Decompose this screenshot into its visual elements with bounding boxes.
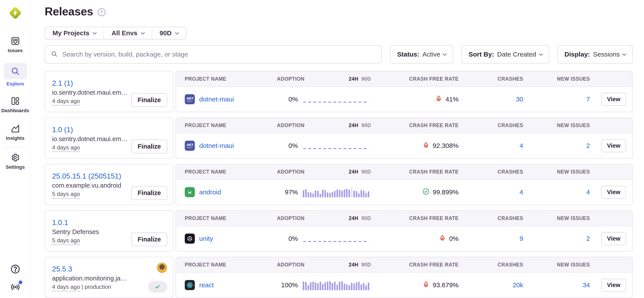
insights-icon: [10, 124, 20, 134]
search-input[interactable]: [62, 50, 376, 58]
new-issues-link[interactable]: 2: [586, 235, 590, 242]
page-header: Releases ?: [45, 5, 632, 18]
crashes-link[interactable]: 20k: [513, 281, 523, 288]
sidebar-nav: Issues Explore Dashboards: [0, 36, 30, 170]
display-label: Display:: [564, 51, 590, 58]
release-date[interactable]: 4 days ago: [52, 283, 80, 291]
release-table: PROJECT NAME ADOPTION24H90D CRASH FREE R…: [176, 71, 632, 112]
adoption-value: 0%: [277, 96, 298, 103]
view-button[interactable]: View: [601, 279, 626, 292]
adoption-sparkline: [303, 280, 371, 290]
sidebar-divider: [4, 147, 26, 147]
release-card: 1.0 (1) io.sentry.dotnet.maui.em… 4 days…: [45, 117, 632, 159]
crash-free-value: 0%: [449, 235, 458, 242]
sort-value: Date Created: [497, 51, 536, 58]
new-issues-link[interactable]: 34: [583, 281, 590, 288]
release-version-link[interactable]: 2.1 (1): [52, 79, 131, 87]
chevron-down-icon: [141, 31, 145, 34]
finalize-button[interactable]: Finalize: [131, 140, 167, 153]
col-project-name: PROJECT NAME: [185, 169, 277, 175]
view-button[interactable]: View: [601, 139, 626, 152]
finalize-button[interactable]: Finalize: [131, 232, 167, 246]
release-date[interactable]: 5 days ago: [52, 191, 80, 198]
sidebar-item-issues[interactable]: Issues: [8, 36, 23, 54]
date-range-filter[interactable]: 90D: [152, 27, 186, 39]
table-row: unity 0% 0% 9 2 View: [176, 226, 632, 251]
environment-filter[interactable]: All Envs: [104, 27, 152, 39]
release-date[interactable]: 5 days ago: [52, 237, 80, 245]
col-24h: 24H: [349, 169, 358, 175]
project-link[interactable]: dotnet-maui: [199, 96, 234, 103]
display-dropdown[interactable]: Display: Sessions: [558, 45, 632, 64]
view-button[interactable]: View: [601, 93, 626, 106]
fire-icon: [435, 95, 442, 104]
issues-icon: [10, 36, 20, 46]
view-button[interactable]: View: [601, 232, 626, 245]
col-adoption: ADOPTION: [277, 169, 304, 175]
col-crashes: CRASHES: [458, 76, 523, 82]
sidebar-item-label: Explore: [6, 81, 24, 87]
sidebar-item-settings[interactable]: Settings: [6, 153, 25, 170]
crashes-link[interactable]: 4: [520, 142, 523, 149]
col-crash-free-rate: CRASH FREE RATE: [371, 169, 458, 175]
crashes-link[interactable]: 9: [520, 235, 523, 242]
dashboards-icon: [10, 96, 20, 106]
sidebar-item-label: Dashboards: [1, 108, 29, 114]
release-package: Sentry Defenses: [52, 228, 131, 235]
project-link[interactable]: react: [199, 281, 214, 289]
project-link[interactable]: android: [199, 188, 221, 196]
fire-icon: [439, 234, 446, 243]
status-dropdown[interactable]: Status: Active: [390, 45, 453, 64]
view-button[interactable]: View: [601, 186, 626, 199]
status-value: Active: [422, 51, 440, 58]
release-date[interactable]: 4 days ago: [52, 98, 80, 106]
new-issues-link[interactable]: 7: [586, 96, 590, 103]
col-crashes: CRASHES: [458, 169, 523, 175]
search-bar[interactable]: [45, 45, 382, 64]
page-help-icon[interactable]: ?: [98, 8, 106, 16]
col-crashes: CRASHES: [458, 262, 523, 268]
release-version-link[interactable]: 25.5.3: [52, 265, 148, 273]
sidebar: Issues Explore Dashboards: [0, 0, 31, 298]
sentry-logo-icon[interactable]: [7, 5, 24, 21]
version-card: 25.05.15.1 (2505151) com.example.vu.andr…: [45, 164, 173, 205]
col-90d: 90D: [362, 215, 371, 221]
col-new-issues: NEW ISSUES: [523, 76, 590, 82]
sidebar-item-explore[interactable]: Explore: [4, 63, 27, 87]
col-90d: 90D: [362, 123, 371, 128]
col-crash-free-rate: CRASH FREE RATE: [371, 262, 458, 268]
finalized-check-pill[interactable]: [148, 281, 167, 293]
release-table: PROJECT NAME ADOPTION24H90D CRASH FREE R…: [176, 117, 632, 159]
version-card: 1.0 (1) io.sentry.dotnet.maui.em… 4 days…: [45, 117, 173, 159]
project-link[interactable]: unity: [199, 235, 213, 242]
crashes-link[interactable]: 30: [516, 96, 523, 103]
crashes-link[interactable]: 4: [520, 188, 523, 196]
col-90d: 90D: [362, 169, 371, 175]
new-issues-link[interactable]: 2: [586, 142, 590, 149]
col-24h: 24H: [349, 262, 358, 268]
chevron-down-icon: [539, 52, 543, 56]
table-row: react 100% 93.679% 20k 34 View: [176, 272, 632, 297]
project-filter[interactable]: My Projects: [45, 27, 104, 39]
table-header: PROJECT NAME ADOPTION24H90D CRASH FREE R…: [176, 257, 632, 272]
finalize-button[interactable]: Finalize: [131, 186, 167, 200]
release-version-link[interactable]: 1.0.1: [52, 218, 131, 227]
sort-dropdown[interactable]: Sort By: Date Created: [462, 45, 549, 64]
help-icon[interactable]: [10, 264, 20, 274]
sidebar-item-label: Settings: [6, 164, 25, 170]
release-date[interactable]: 4 days ago: [52, 144, 80, 152]
sidebar-item-dashboards[interactable]: Dashboards: [1, 96, 29, 114]
release-date-line: 4 days ago | production: [52, 283, 148, 290]
release-version-link[interactable]: 25.05.15.1 (2505151): [52, 172, 131, 180]
finalize-button[interactable]: Finalize: [131, 93, 167, 107]
android-platform-icon: [185, 187, 195, 197]
status-label: Status:: [397, 51, 420, 58]
project-link[interactable]: dotnet-maui: [199, 142, 234, 149]
react-platform-icon: [185, 280, 195, 290]
col-90d: 90D: [362, 262, 371, 268]
sidebar-item-insights[interactable]: Insights: [6, 124, 24, 141]
release-version-link[interactable]: 1.0 (1): [52, 126, 131, 134]
whats-new-broadcast-icon[interactable]: [10, 282, 20, 292]
new-issues-link[interactable]: 4: [586, 188, 590, 196]
display-value: Sessions: [593, 51, 620, 58]
